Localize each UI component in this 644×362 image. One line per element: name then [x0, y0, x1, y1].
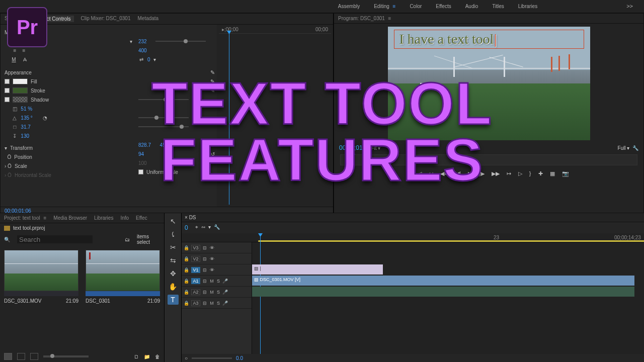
settings-wrench-icon[interactable]: 🔧	[632, 145, 638, 151]
kerning-value[interactable]: 0	[147, 57, 150, 62]
export-frame-icon[interactable]: 📷	[562, 170, 569, 177]
play-icon[interactable]: ▶	[468, 170, 472, 177]
step-back-icon[interactable]: ◀|	[455, 170, 461, 177]
stroke-checkbox[interactable]	[5, 88, 10, 93]
type-tool[interactable]: T	[168, 295, 179, 305]
quality-full-dropdown[interactable]: Full	[618, 145, 626, 151]
shadow-angle-value[interactable]: 135 °	[21, 115, 32, 121]
hamburger-icon[interactable]: ≡	[393, 4, 396, 9]
workspace-tab-libraries[interactable]: Libraries	[518, 4, 537, 9]
position-y[interactable]: 45.4	[160, 142, 170, 148]
project-item[interactable]: DSC_0301.MOV21:09	[4, 250, 78, 306]
program-timecode[interactable]: 00;00;01;06	[339, 144, 371, 151]
wrench-icon[interactable]: 🔧	[214, 224, 220, 231]
snap-icon[interactable]: ⌖	[195, 224, 198, 231]
program-scrubber[interactable]	[340, 154, 637, 165]
workspace-tab-titles[interactable]: Titles	[492, 4, 504, 9]
scale-value[interactable]: 94	[138, 151, 144, 157]
timeline-track-area[interactable]: ▨ | ▨ DSC_0301.MOV [V]	[252, 242, 644, 354]
fill-checkbox[interactable]	[5, 79, 10, 84]
shadow-checkbox[interactable]	[5, 97, 10, 102]
font-select-value[interactable]: 232	[138, 39, 147, 44]
track-select-tool[interactable]: ⤹	[168, 229, 179, 239]
text-strike-icon[interactable]: A̶	[23, 57, 27, 62]
selection-tool[interactable]: ↖	[168, 216, 179, 226]
step-forward-icon[interactable]: |▶	[479, 170, 485, 177]
angle-dial-icon[interactable]: ◔	[43, 115, 47, 121]
workspace-tab-assembly[interactable]: Assembly	[338, 4, 360, 9]
video-clip[interactable]: ▨ DSC_0301.MOV [V]	[252, 276, 634, 286]
eyedropper-icon[interactable]: ✎	[210, 87, 215, 94]
tab-libraries[interactable]: Libraries	[94, 215, 113, 221]
eyedropper-icon[interactable]: ✎	[210, 78, 215, 85]
uniform-scale-checkbox[interactable]	[138, 169, 143, 174]
mark-out-icon[interactable]: }	[529, 170, 531, 176]
step-back-many-icon[interactable]: ↤	[429, 170, 433, 177]
marker-icon[interactable]: ▾	[208, 224, 211, 231]
font-slider[interactable]	[155, 41, 206, 42]
go-to-out-icon[interactable]: ▷	[518, 170, 522, 177]
freeform-view-icon[interactable]	[30, 353, 38, 360]
pen-tool[interactable]: ✥	[168, 268, 179, 279]
mark-in-icon[interactable]: {	[409, 170, 411, 176]
shadow-distance-value[interactable]: 31.7	[21, 124, 30, 130]
ec-timeline-area[interactable]: ▸;00;0000;00	[217, 25, 333, 207]
tab-program[interactable]: Program: DSC_0301 ≡	[338, 16, 391, 21]
tab-effects-lower[interactable]: Effec	[136, 215, 147, 221]
graphic-clip[interactable]: ▨ |	[252, 264, 383, 275]
program-canvas[interactable]: I have a text tool|	[388, 27, 590, 140]
step-forward-many-icon[interactable]: ↦	[507, 170, 511, 177]
workspace-tab-effects[interactable]: Effects	[436, 4, 451, 9]
workspace-tab-editing[interactable]: Editing ≡	[374, 4, 395, 9]
linked-selection-icon[interactable]: ∾	[201, 224, 205, 231]
title-text-box[interactable]: I have a text tool|	[394, 30, 584, 49]
new-item-icon[interactable]: 🗋	[134, 354, 139, 359]
text-underline-icon[interactable]: M	[12, 57, 16, 62]
new-bin-button[interactable]: 📁	[144, 354, 150, 359]
fill-swatch[interactable]	[13, 78, 28, 84]
workspace-tab-color[interactable]: Color	[410, 4, 422, 9]
tab-project[interactable]: Project: text tool ≡	[4, 215, 46, 221]
slip-tool[interactable]: ⇆	[168, 255, 179, 265]
tab-clip-mixer[interactable]: Clip Mixer: DSC_0301	[81, 16, 131, 22]
safe-margins-icon[interactable]: ▦	[550, 170, 555, 177]
stroke-swatch[interactable]	[13, 87, 28, 94]
font-size-value[interactable]: 400	[138, 48, 147, 53]
overflow-chevrons-icon[interactable]: >>	[626, 3, 633, 9]
track-header-a1[interactable]: 🔒A1⊟MS🎤	[182, 276, 252, 287]
align-right-icon[interactable]: ≡	[21, 48, 27, 53]
program-playhead[interactable]	[351, 154, 355, 158]
workspace-tab-audio[interactable]: Audio	[465, 4, 478, 9]
blur-slider[interactable]	[138, 126, 189, 127]
sequence-tab[interactable]: × DS	[185, 215, 196, 220]
thumb-size-slider[interactable]	[43, 355, 89, 357]
audio-clip[interactable]	[252, 287, 634, 297]
position-x[interactable]: 828.7	[138, 142, 151, 148]
timeline-zoom-slider[interactable]	[192, 357, 232, 359]
add-marker-icon[interactable]: ✚	[538, 170, 543, 177]
hand-tool[interactable]: ✋	[168, 282, 179, 292]
track-header-a2[interactable]: 🔒A2⊟MS🎤	[182, 287, 252, 298]
reset-icon[interactable]: ↺	[211, 142, 215, 148]
opacity-slider[interactable]	[138, 99, 189, 100]
timeline-ruler[interactable]: 2300;00;14;23	[182, 233, 644, 242]
search-icon[interactable]: 🔍	[4, 237, 10, 242]
tab-info[interactable]: Info	[120, 215, 129, 221]
track-header-v3[interactable]: 🔒V3⊟👁	[182, 242, 252, 253]
track-header-v2[interactable]: 🔒V2⊟👁	[182, 253, 252, 264]
icon-view-icon[interactable]	[17, 353, 25, 360]
project-item[interactable]: DSC_030121:09	[86, 250, 160, 306]
reset-icon[interactable]: ↺	[211, 151, 215, 157]
ec-playhead[interactable]	[229, 34, 229, 205]
timeline-zoom-value[interactable]: 0.0	[236, 355, 243, 361]
distance-slider[interactable]	[138, 117, 189, 118]
tab-metadata[interactable]: Metadata	[137, 16, 158, 22]
track-header-a3[interactable]: 🔒A3⊟MS🎤	[182, 298, 252, 309]
shadow-swatch[interactable]	[13, 97, 28, 103]
search-input[interactable]	[17, 235, 93, 243]
timeline-zoom-out-icon[interactable]: ○	[185, 355, 188, 361]
new-bin-icon[interactable]: 🗂	[125, 237, 130, 242]
list-view-icon[interactable]	[4, 353, 12, 360]
fast-forward-icon[interactable]: ▶▶	[492, 170, 500, 177]
go-to-in-icon[interactable]: ◁	[418, 170, 422, 177]
